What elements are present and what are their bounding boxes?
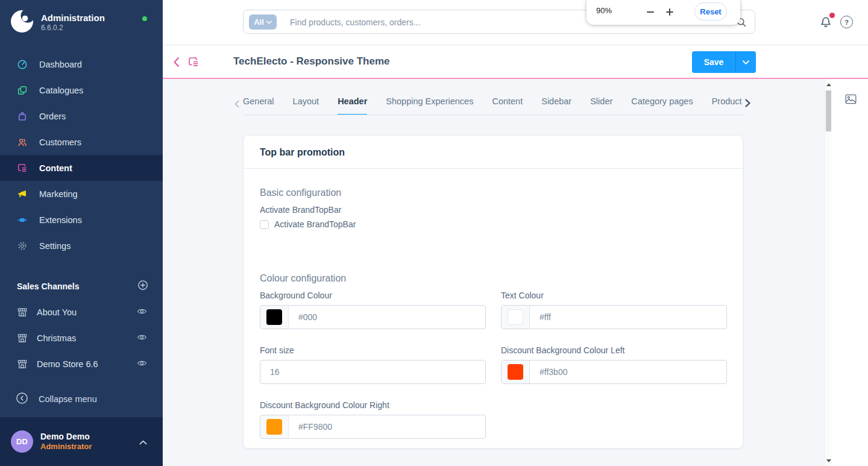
add-sales-channel-button[interactable]	[137, 280, 148, 293]
colour-picker-button[interactable]	[502, 306, 530, 329]
sales-channel-label: Christmas	[37, 333, 128, 343]
colour-swatch	[508, 309, 523, 325]
sidebar-item-catalogues[interactable]: Catalogues	[0, 77, 163, 103]
tabs-scroll-left-icon[interactable]	[234, 99, 239, 110]
field-text-colour: Text Colour	[501, 290, 727, 329]
tab-layout[interactable]: Layout	[293, 96, 319, 115]
sales-channel-label: Demo Store 6.6	[37, 359, 128, 369]
activate-brandtopbar-checkbox-label: Activate BrandTopBar	[274, 219, 356, 229]
sidebar-item-marketing[interactable]: Marketing	[0, 181, 163, 207]
scrollbar-thumb[interactable]	[826, 90, 831, 131]
status-online-dot	[142, 16, 147, 21]
font-size-input[interactable]	[260, 361, 485, 383]
user-role: Administrator	[40, 442, 132, 452]
sidebar-item-orders[interactable]: Orders	[0, 103, 163, 129]
save-dropdown-button[interactable]	[735, 51, 756, 73]
content-module-icon	[187, 56, 200, 71]
settings-gear-icon	[17, 241, 28, 251]
tab-shopping-experiences[interactable]: Shopping Experiences	[386, 96, 473, 115]
back-button[interactable]	[173, 56, 184, 68]
search-filter-label: All	[254, 17, 264, 27]
search-input[interactable]: Find products, customers, orders...	[290, 10, 420, 34]
sales-channel-about-you[interactable]: About You	[0, 299, 163, 325]
search-filter-dropdown[interactable]: All	[249, 14, 277, 30]
tab-general[interactable]: General	[243, 96, 274, 115]
sales-channels-list: About You Christmas Demo Store 6.6	[0, 299, 163, 377]
sidebar-item-dashboard[interactable]: Dashboard	[0, 51, 163, 77]
top-bar: All Find products, customers, orders... …	[163, 0, 868, 45]
text-colour-input[interactable]	[530, 306, 726, 329]
right-side-panel	[832, 79, 868, 466]
storefront-icon	[17, 333, 28, 344]
tabs-bar: General Layout Header Shopping Experienc…	[243, 96, 747, 115]
zoom-reset-button[interactable]: Reset	[694, 2, 727, 20]
save-button[interactable]: Save	[692, 51, 735, 73]
sidebar-item-label: Settings	[39, 241, 71, 251]
vertical-scrollbar[interactable]	[824, 79, 832, 466]
sidebar-item-label: Orders	[39, 112, 66, 121]
discount-bg-left-input[interactable]	[530, 361, 726, 383]
tab-sidebar[interactable]: Sidebar	[541, 96, 571, 115]
dashboard-icon	[17, 59, 28, 70]
user-name: Demo Demo	[40, 432, 132, 442]
sidebar-item-label: Catalogues	[39, 86, 83, 95]
card-title: Top bar promotion	[244, 136, 743, 169]
current-user-menu[interactable]: DD Demo Demo Administrator	[0, 417, 163, 466]
app-version: 6.6.0.2	[41, 24, 105, 33]
field-discount-bg-left: Discount Background Colour Left	[501, 345, 727, 384]
tab-slider[interactable]: Slider	[590, 96, 612, 115]
basic-configuration-heading: Basic configuration	[260, 187, 726, 198]
sales-channels-header: Sales Channels	[17, 280, 148, 293]
tabs-scroll-right-icon[interactable]	[745, 99, 750, 110]
visibility-eye-icon[interactable]	[137, 332, 147, 344]
activate-brandtopbar-label: Activate BrandTopBar	[260, 204, 726, 215]
background-colour-input[interactable]	[289, 306, 485, 329]
colour-swatch	[266, 309, 282, 325]
sidebar-item-customers[interactable]: Customers	[0, 129, 163, 155]
sidebar-item-label: Customers	[39, 137, 81, 147]
notifications-bell-icon[interactable]	[819, 14, 834, 30]
tab-content[interactable]: Content	[492, 96, 523, 115]
sales-channels-heading: Sales Channels	[17, 282, 80, 291]
tab-category-pages[interactable]: Category pages	[631, 96, 693, 115]
help-icon[interactable]: ?	[840, 16, 853, 28]
shopware-logo-icon	[11, 10, 33, 35]
storefront-icon	[17, 359, 28, 370]
sidebar-item-label: Marketing	[39, 189, 78, 199]
zoom-out-button[interactable]	[642, 4, 659, 20]
smart-bar: TechElecto - Responsive Theme Save	[163, 45, 868, 79]
content-icon	[17, 163, 28, 174]
discount-bg-right-input[interactable]	[289, 415, 485, 438]
collapse-menu-button[interactable]: Collapse menu	[0, 386, 163, 412]
zoom-in-button[interactable]	[661, 4, 678, 20]
sales-channel-demo-store[interactable]: Demo Store 6.6	[0, 351, 163, 377]
colour-configuration-heading: Colour configuration	[260, 272, 726, 284]
theme-config-content: General Layout Header Shopping Experienc…	[163, 79, 832, 466]
chevron-up-icon	[139, 436, 147, 447]
save-split-button: Save	[692, 51, 756, 73]
colour-picker-button[interactable]	[260, 415, 289, 438]
chevron-down-icon	[743, 60, 749, 65]
tab-product-page[interactable]: Product page	[712, 96, 743, 115]
catalogues-icon	[17, 85, 28, 96]
sales-channel-christmas[interactable]: Christmas	[0, 325, 163, 351]
sidebar-item-label: Dashboard	[39, 60, 82, 69]
colour-swatch	[266, 419, 282, 435]
colour-picker-button[interactable]	[260, 306, 289, 329]
visibility-eye-icon[interactable]	[137, 358, 147, 370]
colour-picker-button[interactable]	[502, 361, 530, 383]
app-logo-row[interactable]: Administration 6.6.0.2	[11, 10, 105, 35]
marketing-icon	[17, 189, 28, 200]
sidebar-item-settings[interactable]: Settings	[0, 233, 163, 259]
tab-header[interactable]: Header	[338, 96, 367, 115]
activate-brandtopbar-checkbox[interactable]	[260, 220, 269, 229]
admin-sidebar: Administration 6.6.0.2 Dashboard Catalog…	[0, 0, 163, 466]
visibility-eye-icon[interactable]	[137, 306, 147, 318]
sidebar-item-content[interactable]: Content	[0, 155, 163, 181]
colour-swatch	[508, 364, 523, 380]
field-font-size: Font size	[260, 345, 486, 384]
top-bar-promotion-card: Top bar promotion Basic configuration Ac…	[243, 135, 743, 449]
sidebar-item-extensions[interactable]: Extensions	[0, 207, 163, 233]
field-background-colour: Background Colour	[260, 290, 486, 329]
app-title: Administration	[41, 13, 105, 24]
